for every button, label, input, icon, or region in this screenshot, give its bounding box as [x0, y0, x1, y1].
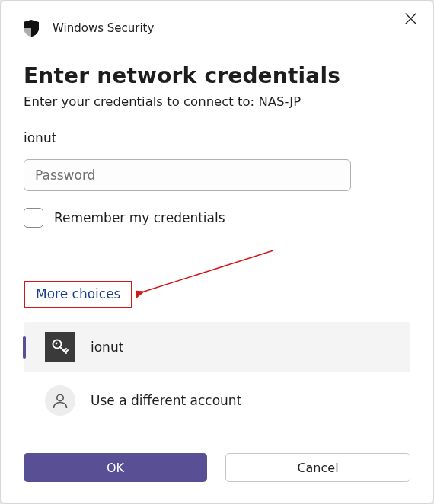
person-icon: [45, 385, 75, 416]
annotation-arrow: [136, 246, 289, 307]
username-display: ionut: [24, 130, 410, 145]
password-input[interactable]: [34, 167, 341, 183]
titlebar: Windows Security: [24, 1, 410, 42]
remember-label: Remember my credentials: [54, 210, 225, 225]
credentials-dialog: Windows Security Enter network credentia…: [0, 0, 434, 504]
account-option-label: Use a different account: [91, 393, 241, 408]
key-icon: [45, 332, 75, 362]
password-field[interactable]: [24, 159, 351, 191]
account-list: ionut Use a different account: [24, 322, 410, 426]
account-option-different[interactable]: Use a different account: [24, 375, 410, 426]
svg-point-3: [57, 394, 63, 400]
shield-icon: [24, 20, 39, 37]
cancel-button[interactable]: Cancel: [225, 453, 410, 482]
close-button[interactable]: [400, 8, 421, 29]
svg-line-0: [144, 250, 273, 292]
dialog-subtitle: Enter your credentials to connect to: NA…: [24, 94, 410, 109]
ok-button[interactable]: OK: [24, 453, 207, 482]
titlebar-text: Windows Security: [53, 21, 154, 35]
dialog-heading: Enter network credentials: [24, 63, 410, 88]
remember-checkbox[interactable]: [24, 208, 43, 228]
svg-point-2: [56, 343, 58, 345]
more-choices-link[interactable]: More choices: [24, 281, 132, 308]
remember-row: Remember my credentials: [24, 208, 410, 228]
account-option-label: ionut: [91, 340, 123, 355]
close-icon: [405, 13, 416, 24]
account-option-current[interactable]: ionut: [24, 322, 410, 372]
button-row: OK Cancel: [24, 453, 410, 482]
